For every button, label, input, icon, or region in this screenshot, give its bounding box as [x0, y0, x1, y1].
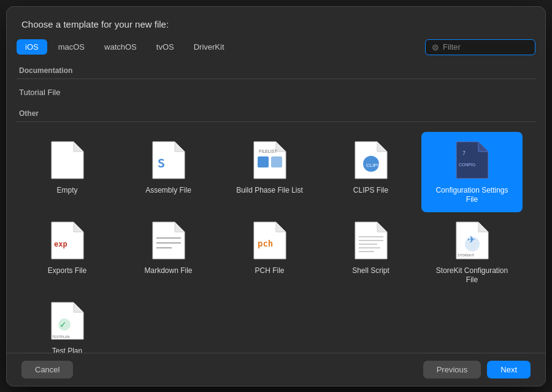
filter-icon: ⊜: [432, 42, 439, 52]
file-item-markdown[interactable]: Markdown File: [118, 212, 219, 293]
file-label-build: Build Phase File List: [236, 186, 303, 196]
section-documentation: Documentation: [17, 61, 535, 79]
filter-box[interactable]: ⊜: [425, 39, 535, 55]
build-icon: FILELIST: [249, 139, 291, 181]
file-item-empty[interactable]: Empty: [17, 132, 118, 212]
file-label-pch: PCH File: [255, 266, 284, 276]
file-item-exports[interactable]: exp Exports File: [17, 212, 118, 293]
storekit-icon: ✈ STOREKIT: [451, 220, 493, 261]
filter-input[interactable]: [443, 42, 529, 52]
previous-button[interactable]: Previous: [423, 361, 481, 379]
content-area: Documentation Tutorial File Other Empty: [7, 61, 545, 353]
svg-text:pch: pch: [258, 239, 273, 248]
file-item-storekit[interactable]: ✈ STOREKIT StoreKit Configuration File: [421, 212, 523, 293]
file-item-config[interactable]: 7 CONFIG Configuration Settings File: [421, 132, 523, 212]
pch-icon: pch: [249, 220, 291, 261]
file-item-assembly[interactable]: S Assembly File: [118, 132, 219, 212]
svg-text:TESTPLAN: TESTPLAN: [52, 335, 69, 339]
next-button[interactable]: Next: [487, 361, 531, 379]
assembly-icon: S: [148, 139, 190, 181]
tab-watchos[interactable]: watchOS: [96, 39, 145, 55]
config-icon: 7 CONFIG: [451, 139, 493, 181]
svg-text:7: 7: [462, 151, 466, 156]
file-label-testplan: Test Plan: [52, 347, 82, 353]
file-item-clips[interactable]: CLIPS CLIPS File: [320, 132, 421, 212]
svg-text:STOREKIT: STOREKIT: [458, 253, 475, 257]
tab-ios[interactable]: iOS: [17, 39, 47, 55]
svg-text:CONFIG: CONFIG: [459, 163, 475, 167]
markdown-icon: [148, 220, 190, 261]
list-item-tutorial[interactable]: Tutorial File: [17, 84, 535, 101]
dialog-footer: Cancel Previous Next: [7, 353, 545, 386]
file-template-dialog: Choose a template for your new file: iOS…: [6, 6, 546, 386]
file-item-pch[interactable]: pch PCH File: [219, 212, 320, 293]
shell-icon: [350, 220, 392, 261]
file-label-exports: Exports File: [48, 266, 86, 276]
file-label-storekit: StoreKit Configuration File: [432, 266, 512, 285]
exports-icon: exp: [47, 220, 88, 261]
tab-driverkit[interactable]: DriverKit: [185, 39, 233, 55]
section-other: Other: [17, 104, 535, 122]
file-item-build[interactable]: FILELIST Build Phase File List: [219, 132, 320, 212]
file-label-assembly: Assembly File: [145, 186, 191, 196]
file-label-shell: Shell Script: [352, 266, 389, 276]
svg-text:exp: exp: [54, 240, 67, 248]
cancel-button[interactable]: Cancel: [21, 361, 73, 379]
empty-icon: [47, 139, 88, 181]
file-label-config: Configuration Settings File: [432, 186, 512, 205]
file-label-markdown: Markdown File: [144, 266, 192, 276]
file-label-empty: Empty: [56, 186, 77, 196]
tab-tvos[interactable]: tvOS: [148, 39, 183, 55]
dialog-title: Choose a template for your new file:: [7, 7, 545, 36]
file-label-clips: CLIPS File: [353, 186, 388, 196]
svg-text:✓: ✓: [59, 320, 67, 329]
file-item-testplan[interactable]: ✓ TESTPLAN Test Plan: [17, 293, 118, 353]
footer-right-buttons: Previous Next: [423, 361, 531, 379]
svg-rect-2: [271, 156, 282, 167]
clips-icon: CLIPS: [350, 139, 392, 181]
file-item-shell[interactable]: Shell Script: [320, 212, 421, 293]
svg-text:CLIPS: CLIPS: [366, 163, 380, 168]
testplan-icon: ✓ TESTPLAN: [47, 300, 88, 342]
svg-text:S: S: [158, 156, 165, 171]
tab-macos[interactable]: macOS: [50, 39, 93, 55]
svg-text:FILELIST: FILELIST: [259, 149, 277, 153]
tabs-bar: iOS macOS watchOS tvOS DriverKit ⊜: [7, 36, 545, 61]
file-grid: Empty S Assembly File: [17, 127, 535, 353]
svg-text:✈: ✈: [467, 234, 475, 245]
platform-tabs: iOS macOS watchOS tvOS DriverKit: [17, 39, 233, 55]
svg-rect-1: [258, 156, 269, 167]
